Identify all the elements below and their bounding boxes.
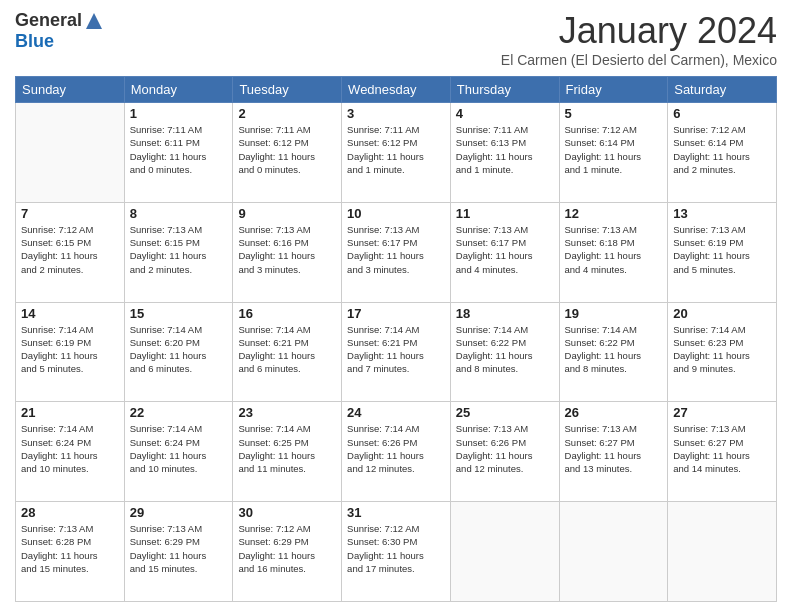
day-number: 9 (238, 206, 336, 221)
day-cell: 16Sunrise: 7:14 AM Sunset: 6:21 PM Dayli… (233, 302, 342, 402)
day-number: 28 (21, 505, 119, 520)
day-number: 5 (565, 106, 663, 121)
day-number: 30 (238, 505, 336, 520)
day-number: 31 (347, 505, 445, 520)
logo: General (15, 10, 104, 31)
day-cell: 8Sunrise: 7:13 AM Sunset: 6:15 PM Daylig… (124, 202, 233, 302)
day-info: Sunrise: 7:14 AM Sunset: 6:20 PM Dayligh… (130, 323, 228, 376)
day-number: 29 (130, 505, 228, 520)
day-number: 17 (347, 306, 445, 321)
day-cell: 31Sunrise: 7:12 AM Sunset: 6:30 PM Dayli… (342, 502, 451, 602)
week-row-1: 1Sunrise: 7:11 AM Sunset: 6:11 PM Daylig… (16, 103, 777, 203)
day-info: Sunrise: 7:11 AM Sunset: 6:11 PM Dayligh… (130, 123, 228, 176)
day-info: Sunrise: 7:13 AM Sunset: 6:15 PM Dayligh… (130, 223, 228, 276)
day-number: 25 (456, 405, 554, 420)
day-number: 18 (456, 306, 554, 321)
day-cell: 2Sunrise: 7:11 AM Sunset: 6:12 PM Daylig… (233, 103, 342, 203)
day-info: Sunrise: 7:13 AM Sunset: 6:28 PM Dayligh… (21, 522, 119, 575)
header-cell-friday: Friday (559, 77, 668, 103)
day-info: Sunrise: 7:13 AM Sunset: 6:17 PM Dayligh… (347, 223, 445, 276)
day-info: Sunrise: 7:14 AM Sunset: 6:24 PM Dayligh… (21, 422, 119, 475)
day-cell: 26Sunrise: 7:13 AM Sunset: 6:27 PM Dayli… (559, 402, 668, 502)
day-cell: 29Sunrise: 7:13 AM Sunset: 6:29 PM Dayli… (124, 502, 233, 602)
day-cell: 30Sunrise: 7:12 AM Sunset: 6:29 PM Dayli… (233, 502, 342, 602)
day-number: 27 (673, 405, 771, 420)
day-info: Sunrise: 7:14 AM Sunset: 6:22 PM Dayligh… (565, 323, 663, 376)
day-number: 6 (673, 106, 771, 121)
header-cell-saturday: Saturday (668, 77, 777, 103)
page: General Blue January 2024 El Carmen (El … (0, 0, 792, 612)
day-cell: 9Sunrise: 7:13 AM Sunset: 6:16 PM Daylig… (233, 202, 342, 302)
day-info: Sunrise: 7:14 AM Sunset: 6:19 PM Dayligh… (21, 323, 119, 376)
day-info: Sunrise: 7:12 AM Sunset: 6:15 PM Dayligh… (21, 223, 119, 276)
day-number: 4 (456, 106, 554, 121)
day-number: 26 (565, 405, 663, 420)
day-info: Sunrise: 7:14 AM Sunset: 6:21 PM Dayligh… (238, 323, 336, 376)
day-number: 3 (347, 106, 445, 121)
calendar-table: SundayMondayTuesdayWednesdayThursdayFrid… (15, 76, 777, 602)
day-info: Sunrise: 7:11 AM Sunset: 6:12 PM Dayligh… (347, 123, 445, 176)
day-cell: 7Sunrise: 7:12 AM Sunset: 6:15 PM Daylig… (16, 202, 125, 302)
day-info: Sunrise: 7:13 AM Sunset: 6:27 PM Dayligh… (565, 422, 663, 475)
day-info: Sunrise: 7:14 AM Sunset: 6:21 PM Dayligh… (347, 323, 445, 376)
day-cell: 24Sunrise: 7:14 AM Sunset: 6:26 PM Dayli… (342, 402, 451, 502)
header-cell-sunday: Sunday (16, 77, 125, 103)
header-cell-wednesday: Wednesday (342, 77, 451, 103)
day-number: 8 (130, 206, 228, 221)
logo-area: General Blue (15, 10, 104, 52)
day-number: 2 (238, 106, 336, 121)
day-cell: 20Sunrise: 7:14 AM Sunset: 6:23 PM Dayli… (668, 302, 777, 402)
day-number: 13 (673, 206, 771, 221)
header-cell-tuesday: Tuesday (233, 77, 342, 103)
day-number: 20 (673, 306, 771, 321)
week-row-3: 14Sunrise: 7:14 AM Sunset: 6:19 PM Dayli… (16, 302, 777, 402)
day-info: Sunrise: 7:13 AM Sunset: 6:29 PM Dayligh… (130, 522, 228, 575)
title-area: January 2024 El Carmen (El Desierto del … (501, 10, 777, 68)
day-info: Sunrise: 7:14 AM Sunset: 6:26 PM Dayligh… (347, 422, 445, 475)
day-number: 24 (347, 405, 445, 420)
day-info: Sunrise: 7:12 AM Sunset: 6:14 PM Dayligh… (673, 123, 771, 176)
logo-general-text: General (15, 10, 82, 31)
day-cell: 14Sunrise: 7:14 AM Sunset: 6:19 PM Dayli… (16, 302, 125, 402)
day-info: Sunrise: 7:14 AM Sunset: 6:23 PM Dayligh… (673, 323, 771, 376)
day-cell: 13Sunrise: 7:13 AM Sunset: 6:19 PM Dayli… (668, 202, 777, 302)
day-info: Sunrise: 7:11 AM Sunset: 6:13 PM Dayligh… (456, 123, 554, 176)
day-number: 12 (565, 206, 663, 221)
week-row-4: 21Sunrise: 7:14 AM Sunset: 6:24 PM Dayli… (16, 402, 777, 502)
day-info: Sunrise: 7:12 AM Sunset: 6:30 PM Dayligh… (347, 522, 445, 575)
logo-icon (84, 11, 104, 31)
day-cell: 17Sunrise: 7:14 AM Sunset: 6:21 PM Dayli… (342, 302, 451, 402)
day-cell: 15Sunrise: 7:14 AM Sunset: 6:20 PM Dayli… (124, 302, 233, 402)
day-cell: 23Sunrise: 7:14 AM Sunset: 6:25 PM Dayli… (233, 402, 342, 502)
day-cell: 4Sunrise: 7:11 AM Sunset: 6:13 PM Daylig… (450, 103, 559, 203)
day-number: 1 (130, 106, 228, 121)
day-cell: 12Sunrise: 7:13 AM Sunset: 6:18 PM Dayli… (559, 202, 668, 302)
header: General Blue January 2024 El Carmen (El … (15, 10, 777, 68)
day-number: 7 (21, 206, 119, 221)
day-number: 11 (456, 206, 554, 221)
day-number: 15 (130, 306, 228, 321)
day-cell: 27Sunrise: 7:13 AM Sunset: 6:27 PM Dayli… (668, 402, 777, 502)
day-info: Sunrise: 7:13 AM Sunset: 6:16 PM Dayligh… (238, 223, 336, 276)
day-cell: 1Sunrise: 7:11 AM Sunset: 6:11 PM Daylig… (124, 103, 233, 203)
day-info: Sunrise: 7:13 AM Sunset: 6:26 PM Dayligh… (456, 422, 554, 475)
header-cell-thursday: Thursday (450, 77, 559, 103)
day-info: Sunrise: 7:14 AM Sunset: 6:25 PM Dayligh… (238, 422, 336, 475)
day-cell (16, 103, 125, 203)
day-cell (668, 502, 777, 602)
day-number: 19 (565, 306, 663, 321)
header-cell-monday: Monday (124, 77, 233, 103)
day-info: Sunrise: 7:13 AM Sunset: 6:17 PM Dayligh… (456, 223, 554, 276)
day-info: Sunrise: 7:11 AM Sunset: 6:12 PM Dayligh… (238, 123, 336, 176)
logo-blue-text: Blue (15, 31, 54, 52)
svg-marker-0 (86, 13, 102, 29)
day-info: Sunrise: 7:13 AM Sunset: 6:27 PM Dayligh… (673, 422, 771, 475)
day-cell (559, 502, 668, 602)
subtitle: El Carmen (El Desierto del Carmen), Mexi… (501, 52, 777, 68)
day-cell: 10Sunrise: 7:13 AM Sunset: 6:17 PM Dayli… (342, 202, 451, 302)
day-number: 21 (21, 405, 119, 420)
day-cell: 3Sunrise: 7:11 AM Sunset: 6:12 PM Daylig… (342, 103, 451, 203)
day-info: Sunrise: 7:13 AM Sunset: 6:19 PM Dayligh… (673, 223, 771, 276)
day-cell: 28Sunrise: 7:13 AM Sunset: 6:28 PM Dayli… (16, 502, 125, 602)
day-info: Sunrise: 7:12 AM Sunset: 6:14 PM Dayligh… (565, 123, 663, 176)
